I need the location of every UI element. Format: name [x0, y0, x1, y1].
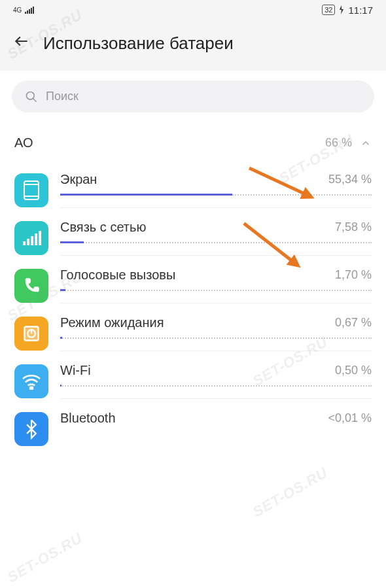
item-label: Связь с сетью: [60, 220, 146, 235]
svg-rect-14: [39, 231, 41, 245]
charging-icon: [339, 5, 344, 14]
section-percent: 66 %: [325, 136, 352, 150]
svg-rect-10: [23, 241, 26, 245]
network-label: 4G: [13, 7, 22, 14]
item-screen[interactable]: Экран 55,34 %: [0, 160, 386, 208]
svg-rect-11: [27, 239, 29, 245]
svg-rect-13: [35, 233, 37, 245]
item-label: Bluetooth: [60, 411, 116, 426]
item-label: Голосовые вызовы: [60, 268, 175, 283]
search-input[interactable]: Поиск: [12, 80, 374, 112]
status-bar: 4G 32 11:17: [0, 0, 386, 20]
bluetooth-icon: [14, 412, 48, 446]
item-bluetooth[interactable]: Bluetooth <0,01 %: [0, 399, 386, 446]
item-standby[interactable]: Режим ожидания 0,67 %: [0, 303, 386, 351]
svg-rect-2: [29, 9, 30, 14]
watermark: SET-OS.RU: [250, 464, 330, 521]
progress-fill: [60, 289, 65, 291]
item-value: 0,67 %: [335, 316, 372, 330]
item-network[interactable]: Связь с сетью 7,58 %: [0, 208, 386, 256]
svg-rect-0: [25, 12, 26, 14]
phone-icon: [14, 269, 48, 303]
item-label: Wi-Fi: [60, 363, 91, 378]
wifi-icon: [14, 364, 48, 398]
item-value: 1,70 %: [335, 268, 372, 282]
section-header[interactable]: АО 66 %: [0, 122, 386, 160]
battery-indicator: 32: [322, 5, 335, 15]
section-label: АО: [14, 135, 33, 150]
progress-fill: [60, 241, 84, 243]
chevron-up-icon: [360, 137, 372, 149]
progress-bar: [60, 337, 372, 339]
item-calls[interactable]: Голосовые вызовы 1,70 %: [0, 256, 386, 303]
item-value: <0,01 %: [328, 411, 372, 425]
svg-rect-4: [33, 7, 34, 14]
progress-fill: [60, 337, 62, 339]
progress-bar: [60, 194, 372, 196]
svg-line-6: [33, 98, 37, 101]
battery-percent: 32: [325, 6, 332, 14]
progress-bar: [60, 289, 372, 291]
status-left: 4G: [13, 6, 35, 14]
svg-rect-3: [31, 8, 32, 14]
item-wifi[interactable]: Wi-Fi 0,50 %: [0, 351, 386, 399]
page-title: Использование батареи: [43, 33, 234, 54]
progress-fill: [60, 385, 61, 387]
svg-point-5: [27, 92, 35, 99]
item-label: Экран: [60, 172, 97, 187]
status-right: 32 11:17: [322, 5, 373, 16]
svg-rect-1: [27, 10, 28, 14]
clock-time: 11:17: [348, 5, 373, 16]
header: Использование батареи: [0, 20, 386, 71]
item-value: 7,58 %: [335, 220, 372, 234]
item-label: Режим ожидания: [60, 315, 164, 330]
signal-bars-icon: [14, 221, 48, 255]
progress-fill: [60, 194, 232, 196]
screen-icon: [14, 173, 48, 207]
item-value: 0,50 %: [335, 364, 372, 377]
svg-rect-12: [31, 236, 33, 245]
progress-bar: [60, 241, 372, 243]
back-button[interactable]: [13, 33, 30, 54]
signal-icon: [25, 6, 35, 14]
search-placeholder: Поиск: [46, 90, 79, 103]
power-icon: [14, 317, 48, 351]
watermark: SET-OS.RU: [5, 530, 85, 586]
svg-point-18: [30, 387, 33, 389]
search-icon: [25, 90, 38, 103]
item-list: Экран 55,34 % Связь с сетью 7,58 %: [0, 160, 386, 446]
search-container: Поиск: [0, 71, 386, 122]
progress-bar: [60, 385, 372, 387]
item-value: 55,34 %: [328, 173, 372, 186]
section-right: 66 %: [325, 136, 372, 150]
